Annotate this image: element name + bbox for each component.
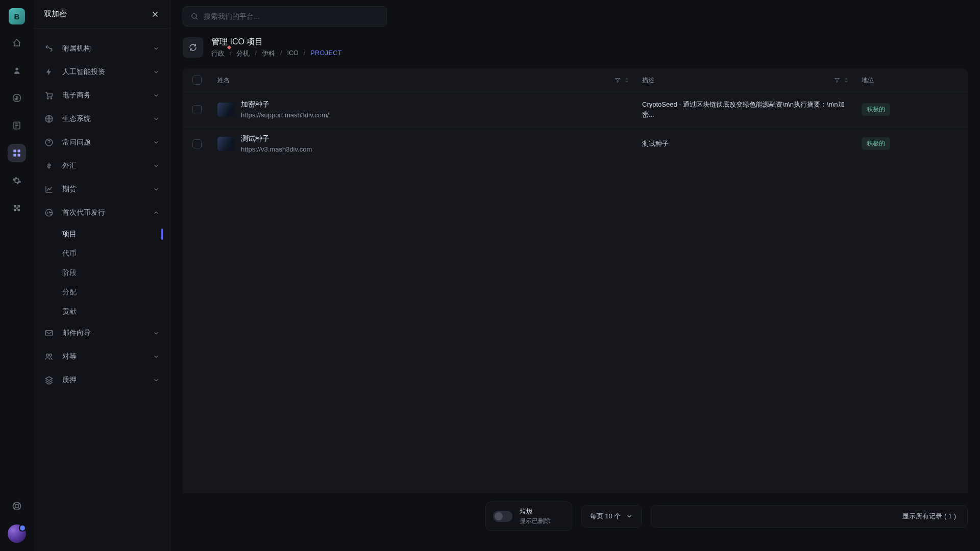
ico-icon (44, 208, 54, 217)
sidebar-sub-item[interactable]: 贡献 (48, 302, 170, 321)
column-header-pos: 地位 (855, 76, 968, 85)
refresh-button[interactable] (183, 37, 203, 58)
sidebar-item-label: 常问问题 (62, 138, 144, 147)
sidebar-item[interactable]: 期货 (34, 178, 170, 201)
project-url: https://v3.mash3div.com (241, 145, 312, 153)
table-row[interactable]: 测试种子 https://v3.mash3div.com 测试种子 积极的 (183, 127, 968, 160)
breadcrumb-item[interactable]: 行政 (211, 49, 225, 58)
sort-icon[interactable] (843, 77, 849, 83)
sidebar-item[interactable]: 人工智能投资 (34, 60, 170, 84)
sidebar-item[interactable]: 附属机构 (34, 37, 170, 60)
column-header-desc: 描述 (636, 76, 855, 85)
row-checkbox[interactable] (192, 139, 202, 148)
rail-user-icon[interactable] (8, 61, 26, 80)
sidebar-item-label: 邮件向导 (62, 329, 144, 338)
dollar-icon (44, 161, 54, 170)
chevron-down-icon (153, 353, 160, 360)
sidebar-item-label: 附属机构 (62, 44, 144, 53)
project-url: https://support.mash3div.com/ (241, 111, 329, 119)
handshake-icon (44, 44, 54, 53)
sidebar-sub-item[interactable]: 分配 (48, 283, 170, 302)
svg-point-0 (15, 68, 18, 70)
trash-toggle[interactable] (493, 511, 512, 522)
search-box[interactable] (183, 6, 387, 27)
globe-icon (44, 114, 54, 123)
sidebar-item[interactable]: 常问问题 (34, 131, 170, 154)
sidebar-title: 双加密 (44, 9, 67, 19)
rail-gear-icon[interactable] (8, 171, 26, 190)
sidebar-item-label: 首次代币发行 (62, 208, 144, 217)
sidebar-item[interactable]: 邮件向导 (34, 321, 170, 345)
status-badge: 积极的 (862, 103, 890, 116)
table-row[interactable]: 加密种子 https://support.mash3div.com/ Crypt… (183, 92, 968, 127)
table: 姓名 描述 地位 (183, 68, 968, 493)
project-thumb (217, 137, 235, 151)
chevron-down-icon (626, 513, 633, 520)
breadcrumb: 行政/分机/伊科/ICO/PROJECT (211, 49, 342, 58)
sidebar-item[interactable]: 电子商务 (34, 84, 170, 107)
rail-home-icon[interactable] (8, 34, 26, 52)
rail-support-icon[interactable] (8, 497, 26, 515)
project-thumb (217, 103, 235, 117)
sidebar-item-label: 对等 (62, 352, 144, 361)
chevron-down-icon (153, 68, 160, 76)
svg-rect-4 (18, 149, 20, 152)
chevron-down-icon (153, 377, 160, 384)
svg-point-9 (47, 98, 48, 99)
sidebar-item-label: 质押 (62, 375, 144, 385)
sidebar-sub-item[interactable]: 项目 (48, 224, 170, 244)
chevron-down-icon (153, 162, 160, 169)
search-input[interactable] (204, 12, 379, 20)
svg-point-8 (15, 505, 19, 508)
filter-icon[interactable] (834, 77, 840, 83)
svg-point-10 (51, 98, 52, 99)
sidebar-item[interactable]: 首次代币发行 (34, 201, 170, 224)
svg-point-15 (46, 354, 49, 357)
sidebar-item-label: 人工智能投资 (62, 67, 144, 77)
svg-rect-6 (18, 154, 20, 157)
trash-subtitle: 显示已删除 (520, 517, 550, 525)
avatar[interactable] (8, 524, 26, 543)
mail-icon (44, 329, 54, 338)
sidebar-sub-item[interactable]: 代币 (48, 244, 170, 263)
filter-icon[interactable] (615, 77, 621, 83)
sidebar-item[interactable]: 质押 (34, 368, 170, 392)
sidebar-item-label: 期货 (62, 185, 144, 194)
project-desc: 测试种子 (642, 139, 669, 149)
sidebar: 双加密 附属机构人工智能投资电子商务生态系统常问问题外汇期货首次代币发行项目代币… (34, 0, 170, 551)
close-icon[interactable] (151, 10, 160, 19)
sidebar-item[interactable]: 生态系统 (34, 107, 170, 131)
svg-rect-3 (13, 149, 16, 152)
sidebar-item-label: 电子商务 (62, 91, 144, 100)
status-badge: 积极的 (862, 137, 890, 150)
sidebar-item[interactable]: 对等 (34, 345, 170, 368)
svg-rect-5 (13, 154, 16, 157)
search-icon (190, 12, 199, 20)
sidebar-sub-item[interactable]: 阶段 (48, 263, 170, 283)
logo[interactable]: B (9, 8, 25, 24)
sidebar-item-label: 生态系统 (62, 114, 144, 123)
svg-point-17 (192, 14, 197, 18)
rail-dollar-icon[interactable] (8, 89, 26, 107)
chevron-down-icon (153, 115, 160, 122)
help-icon (44, 138, 54, 147)
rail-document-icon[interactable] (8, 116, 26, 135)
breadcrumb-item[interactable]: 分机 (236, 49, 250, 58)
breadcrumb-item[interactable]: PROJECT (310, 49, 342, 58)
column-header-name: 姓名 (211, 76, 636, 85)
project-name: 加密种子 (241, 100, 329, 109)
row-checkbox[interactable] (192, 105, 202, 114)
per-page-select[interactable]: 每页 10 个 (581, 505, 642, 528)
page-title: 管理 ICO 项目 (211, 37, 342, 47)
project-desc: CryptoSeed - 通过区块链彻底改变绿色能源融资\n\n执行摘要：\n\… (642, 99, 849, 119)
rail-grid-icon[interactable] (8, 144, 26, 162)
breadcrumb-item[interactable]: ICO (287, 49, 298, 58)
sort-icon[interactable] (624, 77, 630, 83)
sidebar-item[interactable]: 外汇 (34, 154, 170, 178)
breadcrumb-item[interactable]: 伊科 (262, 49, 275, 58)
rail-puzzle-icon[interactable] (8, 199, 26, 217)
chevron-down-icon (153, 186, 160, 193)
chevron-down-icon (153, 209, 160, 216)
sidebar-item-label: 外汇 (62, 161, 144, 170)
select-all-checkbox[interactable] (192, 76, 202, 85)
